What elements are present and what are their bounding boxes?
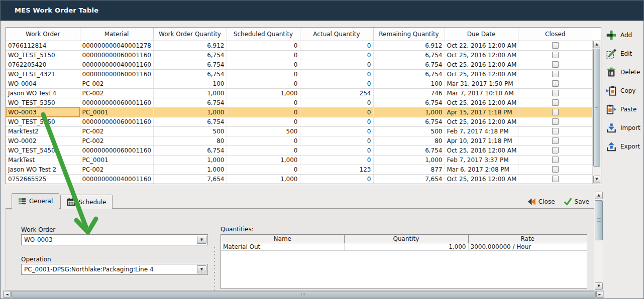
cell-remaining-quantity[interactable]: 1,000 [373,155,445,165]
cell-scheduled-quantity[interactable]: 0 [227,60,300,69]
cell-closed[interactable] [518,98,592,107]
cell-scheduled-quantity[interactable]: 0 [227,107,300,117]
import-button[interactable]: Import [606,122,643,134]
cell-wo-quantity[interactable]: 80 [153,136,227,145]
cell-wo-quantity[interactable]: 6,754 [153,145,227,155]
cell-work-order[interactable]: 0762205420 [6,60,80,69]
cell-actual-quantity[interactable]: 0 [300,117,373,126]
cell-remaining-quantity[interactable]: 500 [373,126,445,136]
cell-scheduled-quantity[interactable]: 0 [227,69,300,79]
cell-remaining-quantity[interactable]: 6,912 [373,41,445,50]
cell-due-date[interactable]: Mar 7, 2017 10:10 AM [445,88,518,98]
cell-work-order[interactable]: MarkTest [6,155,80,165]
table-row[interactable]: WO_TEST_52500000000000600011606,754006,7… [6,117,592,126]
cell-actual-quantity[interactable]: 0 [300,98,373,107]
table-row[interactable]: WO-0004PC-00210000100Mar 31, 2017 1:50 P… [6,79,592,88]
tab-schedule[interactable]: Schedule [60,195,113,209]
operation-combobox[interactable]: PC_0001-DPSG:Northlake:Packaging:Line 4 … [21,264,208,275]
cell-actual-quantity[interactable]: 254 [300,88,373,98]
cell-scheduled-quantity[interactable]: 1,000 [227,88,300,98]
cell-due-date[interactable]: Oct 25, 2016 12:00 AM [445,117,518,126]
cell-actual-quantity[interactable]: 123 [300,165,373,174]
cell-due-date[interactable]: Feb 7, 2017 3:37 PM [445,155,518,165]
closed-checkbox[interactable] [552,157,559,163]
cell-wo-quantity[interactable]: 6,754 [153,50,227,60]
cell-material[interactable]: 000000000060001160 [80,98,153,107]
panel-scroll-up-button[interactable]: ▲ [595,192,603,199]
cell-material[interactable]: PC-002 [80,165,153,174]
cell-closed[interactable] [518,88,592,98]
cell-remaining-quantity[interactable]: 1,000 [373,107,445,117]
cell-closed[interactable] [518,79,592,88]
cell-work-order[interactable]: WO-0002 [6,136,80,145]
cell-wo-quantity[interactable]: 100 [153,79,227,88]
cell-scheduled-quantity[interactable]: 0 [227,50,300,60]
cell-closed[interactable] [518,60,592,69]
cell-material[interactable]: 000000000060001160 [80,117,153,126]
cell-work-order[interactable]: 0766112814 [6,41,80,50]
cell-material[interactable]: 000000000060001160 [80,50,153,60]
cell-closed[interactable] [518,174,592,184]
cell-wo-quantity[interactable]: 6,912 [153,41,227,50]
cell-scheduled-quantity[interactable]: 0 [227,98,300,107]
cell-actual-quantity[interactable]: 0 [300,60,373,69]
cell-due-date[interactable]: Oct 25, 2016 12:00 AM [445,174,518,184]
delete-button[interactable]: Delete [606,66,643,78]
close-button[interactable]: Close [527,198,555,206]
cell-actual-quantity[interactable]: 0 [300,145,373,155]
closed-checkbox[interactable] [552,80,559,87]
tab-general[interactable]: General [12,193,59,209]
horizontal-scrollbar-thumb[interactable] [11,291,596,297]
cell-material[interactable]: PC-002 [80,79,153,88]
closed-checkbox[interactable] [552,118,559,125]
cell-wo-quantity[interactable]: 6,754 [153,117,227,126]
table-row[interactable]: 07661128140000000000400012786,912006,912… [6,41,592,50]
cell-work-order[interactable]: WO-0003 [6,107,80,117]
cell-work-order[interactable]: 0752665525 [6,174,80,184]
q-cell-name[interactable]: Material Out [221,243,344,250]
closed-checkbox[interactable] [552,109,559,115]
cell-remaining-quantity[interactable]: 6,754 [373,50,445,60]
table-row[interactable]: WO_TEST_51500000000000600011606,754006,7… [6,50,592,60]
cell-work-order[interactable]: WO_TEST_5150 [6,50,80,60]
cell-actual-quantity[interactable]: 0 [300,136,373,145]
col-header-wo-quantity[interactable]: Work Order Quantity [153,28,227,41]
scrollbar-thumb[interactable] [593,49,600,167]
cell-remaining-quantity[interactable]: 6,754 [373,145,445,155]
export-button[interactable]: Export [606,140,643,153]
cell-scheduled-quantity[interactable]: 1,000 [227,155,300,165]
cell-due-date[interactable]: Feb 7, 2017 4:18 PM [445,126,518,136]
cell-due-date[interactable]: Oct 25, 2016 12:00 AM [445,98,518,107]
cell-actual-quantity[interactable]: 0 [300,79,373,88]
cell-material[interactable]: 000000000060001160 [80,69,153,79]
cell-remaining-quantity[interactable]: 100 [373,79,445,88]
cell-wo-quantity[interactable]: 6,754 [153,69,227,79]
panel-vertical-scrollbar[interactable]: ▲ ▼ [594,191,603,290]
q-col-name[interactable]: Name [221,235,344,243]
q-cell-quantity[interactable]: 1,000 [344,243,468,250]
panel-scrollbar-thumb[interactable] [595,200,603,240]
panel-scroll-down-button[interactable]: ▼ [595,282,603,290]
cell-due-date[interactable]: Oct 25, 2016 12:00 AM [445,60,518,69]
cell-scheduled-quantity[interactable]: 500 [227,126,300,136]
cell-scheduled-quantity[interactable]: 0 [227,145,300,155]
col-header-scheduled-quantity[interactable]: Scheduled Quantity [227,28,300,41]
cell-due-date[interactable]: Oct 25, 2016 12:00 AM [445,69,518,79]
operation-dropdown-button[interactable]: ▼ [197,265,206,273]
cell-remaining-quantity[interactable]: 7,654 [373,174,445,184]
cell-work-order[interactable]: Jason WO Test 4 [6,88,80,98]
cell-closed[interactable] [518,50,592,60]
cell-actual-quantity[interactable]: 0 [300,174,373,184]
col-header-due-date[interactable]: Due Date [445,28,518,41]
cell-actual-quantity[interactable]: 0 [300,41,373,50]
col-header-remaining-quantity[interactable]: Remaining Quantity [373,28,445,41]
edit-button[interactable]: Edit [606,48,643,60]
scroll-left-button[interactable]: ◄ [4,291,11,297]
cell-scheduled-quantity[interactable]: 0 [227,136,300,145]
scroll-right-button[interactable]: ► [596,291,603,297]
closed-checkbox[interactable] [552,166,559,173]
cell-material[interactable]: 000000000040001160 [80,60,153,69]
cell-wo-quantity[interactable]: 1,000 [153,88,227,98]
copy-button[interactable]: Copy [606,85,643,97]
table-row[interactable]: WO_TEST_43210000000000600011606,754006,7… [6,69,592,79]
